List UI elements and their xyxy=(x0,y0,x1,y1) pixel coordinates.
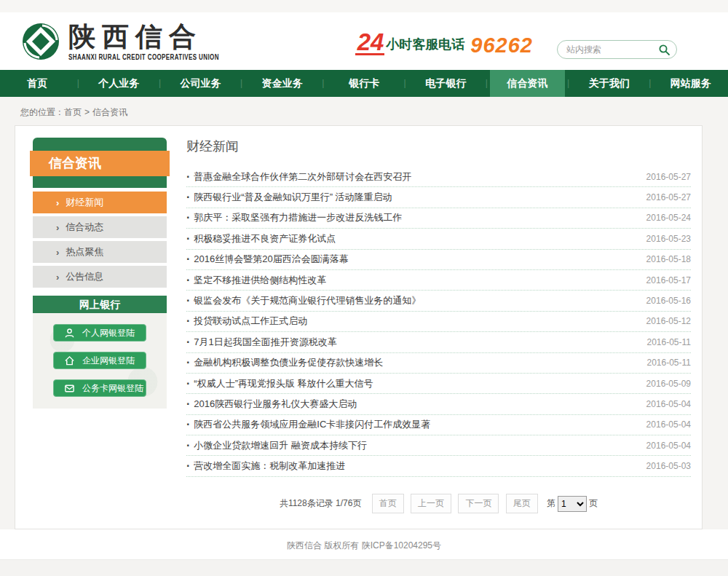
sidebar-item-label: 信合动态 xyxy=(66,221,103,234)
news-bullet: · xyxy=(186,274,190,287)
logo-subtitle: SHAANXI RURAL CREDIT COOPERATIVES UNION xyxy=(68,53,219,61)
nav-item-personal-business[interactable]: 个人业务 xyxy=(82,70,156,97)
breadcrumb-home-link[interactable]: 首页 xyxy=(64,107,82,117)
sidebar-item-announcements[interactable]: › 公告信息 xyxy=(33,266,167,288)
sidebar-item-label: 财经新闻 xyxy=(66,196,103,209)
news-title: 7月1日起我国全面推开资源税改革 xyxy=(194,336,336,349)
news-title: 金融机构积极调整负债业务促使存款快速增长 xyxy=(194,356,383,369)
news-date: 2016-05-04 xyxy=(646,441,691,451)
breadcrumb-current: 信合资讯 xyxy=(92,107,127,117)
news-list: ·普惠金融全球合作伙伴第二次外部研讨会在西安召开 2016-05-27 ·陕西银… xyxy=(186,167,691,477)
pagination-prev-button[interactable]: 上一页 xyxy=(411,494,451,513)
online-banking-panel: 个人网银登陆 企业网银登陆 公务卡网银登陆 xyxy=(33,313,167,409)
hotline: 24 小时客服电话 96262 xyxy=(355,31,533,55)
news-bullet: · xyxy=(186,398,190,411)
news-link[interactable]: ·普惠金融全球合作伙伴第二次外部研讨会在西安召开 xyxy=(186,170,411,184)
nav-item-site-services[interactable]: 网站服务 xyxy=(654,70,728,97)
site-header: 陕西信合 SHAANXI RURAL CREDIT COOPERATIVES U… xyxy=(0,12,728,70)
site-footer: 陕西信合 版权所有 陕ICP备10204295号 xyxy=(0,529,728,559)
news-row: ·普惠金融全球合作伙伴第二次外部研讨会在西安召开 2016-05-27 xyxy=(186,167,691,187)
news-date: 2016-05-12 xyxy=(646,316,691,326)
news-link[interactable]: ·坚定不移推进供给侧结构性改革 xyxy=(186,274,326,287)
sidebar-item-label: 公告信息 xyxy=(66,270,103,283)
nav-item-bank-card[interactable]: 银行卡 xyxy=(327,70,401,97)
news-link[interactable]: ·陕西银行业“普及金融知识万里行” 活动隆重启动 xyxy=(186,191,392,204)
search-input[interactable] xyxy=(566,44,656,55)
news-link[interactable]: ·2016陕西银行业服务礼仪大赛盛大启动 xyxy=(186,398,357,411)
personal-ebank-login-button[interactable]: 个人网银登陆 xyxy=(53,324,146,342)
news-title: “权威人士”再现党报头版 释放什么重大信号 xyxy=(194,377,373,390)
nav-item-funds-business[interactable]: 资金业务 xyxy=(245,70,320,97)
page-number-select[interactable]: 1 xyxy=(558,496,587,512)
chevron-right-icon: › xyxy=(56,247,59,258)
news-date: 2016-05-04 xyxy=(646,419,691,430)
news-date: 2016-05-24 xyxy=(646,213,691,223)
nav-separator: | xyxy=(238,70,245,97)
news-link[interactable]: ·郭庆平：采取坚强有力措施进一步改进反洗钱工作 xyxy=(186,211,402,224)
news-row: ·2016陕西银行业服务礼仪大赛盛大启动 2016-05-04 xyxy=(186,394,691,414)
sidebar-item-union-news[interactable]: › 信合动态 xyxy=(33,216,167,238)
news-title: 普惠金融全球合作伙伴第二次外部研讨会在西安召开 xyxy=(194,170,411,184)
news-bullet: · xyxy=(186,336,190,349)
news-row: ·银监会发布《关于规范商业银行代理销售业务的通知》 2016-05-16 xyxy=(186,291,691,311)
nav-separator: | xyxy=(156,70,163,97)
nav-item-corporate-business[interactable]: 公司业务 xyxy=(163,70,237,97)
nav-separator: | xyxy=(646,70,654,97)
nav-item-about-us[interactable]: 关于我们 xyxy=(572,70,646,97)
news-link[interactable]: ·金融机构积极调整负债业务促使存款快速增长 xyxy=(186,356,383,369)
pagination-jump-prefix: 第 xyxy=(547,498,555,508)
news-bullet: · xyxy=(186,294,190,307)
pagination-summary: 共1128条记录 1/76页 xyxy=(280,498,362,508)
nav-separator: | xyxy=(483,70,490,97)
news-bullet: · xyxy=(186,377,190,390)
pagination-jump-suffix: 页 xyxy=(589,498,598,508)
nav-separator: | xyxy=(565,70,572,97)
pagination-last-button[interactable]: 尾页 xyxy=(506,494,538,513)
news-title: 陕西省公共服务领域应用金融IC卡非接闪付工作成效显著 xyxy=(194,418,430,431)
search-box xyxy=(557,40,677,59)
news-title: 银监会发布《关于规范商业银行代理销售业务的通知》 xyxy=(194,294,421,307)
news-row: ·陕西省公共服务领域应用金融IC卡非接闪付工作成效显著 2016-05-04 xyxy=(186,415,691,435)
logo-icon xyxy=(20,21,61,62)
page-title: 财经新闻 xyxy=(186,138,239,155)
news-link[interactable]: ·7月1日起我国全面推开资源税改革 xyxy=(186,336,337,349)
news-row: ·“权威人士”再现党报头版 释放什么重大信号 2016-05-09 xyxy=(186,374,691,394)
news-row: ·积极稳妥推进不良资产证券化试点 2016-05-23 xyxy=(186,229,691,249)
logo-title: 陕西信合 xyxy=(68,23,257,52)
news-title: 小微企业贷款增速回升 融资成本持续下行 xyxy=(194,439,367,452)
news-row: ·营改增全面实施：税制改革加速推进 2016-05-03 xyxy=(186,456,691,476)
chevron-right-icon: › xyxy=(56,197,59,208)
official-card-ebank-login-button[interactable]: 公务卡网银登陆 xyxy=(53,379,146,397)
news-link[interactable]: ·银监会发布《关于规范商业银行代理销售业务的通知》 xyxy=(186,294,421,307)
news-date: 2016-05-17 xyxy=(646,275,691,285)
news-link[interactable]: ·2016丝博会暨第20届西洽会圆满落幕 xyxy=(186,253,349,266)
logo-text: 陕西信合 SHAANXI RURAL CREDIT COOPERATIVES U… xyxy=(68,23,257,61)
pagination-first-button[interactable]: 首页 xyxy=(372,494,404,513)
top-strip xyxy=(0,0,728,12)
news-link[interactable]: ·营改增全面实施：税制改革加速推进 xyxy=(186,459,345,473)
chevron-right-icon: › xyxy=(56,222,59,233)
news-row: ·坚定不移推进供给侧结构性改革 2016-05-17 xyxy=(186,270,691,291)
sidebar-item-finance-news[interactable]: › 财经新闻 xyxy=(33,192,167,213)
search-button[interactable] xyxy=(656,42,672,58)
news-bullet: · xyxy=(186,232,190,245)
news-link[interactable]: ·“权威人士”再现党报头版 释放什么重大信号 xyxy=(186,377,373,390)
corporate-ebank-login-button[interactable]: 企业网银登陆 xyxy=(53,352,146,369)
news-title: 郭庆平：采取坚强有力措施进一步改进反洗钱工作 xyxy=(194,211,402,224)
news-link[interactable]: ·积极稳妥推进不良资产证券化试点 xyxy=(186,232,336,245)
news-date: 2016-05-16 xyxy=(646,296,691,306)
news-row: ·投贷联动试点工作正式启动 2016-05-12 xyxy=(186,312,691,332)
news-title: 陕西银行业“普及金融知识万里行” 活动隆重启动 xyxy=(194,191,392,204)
logo[interactable]: 陕西信合 SHAANXI RURAL CREDIT COOPERATIVES U… xyxy=(20,21,257,62)
nav-item-home[interactable]: 首页 xyxy=(0,70,74,97)
news-link[interactable]: ·小微企业贷款增速回升 融资成本持续下行 xyxy=(186,439,367,452)
news-bullet: · xyxy=(186,191,190,204)
news-bullet: · xyxy=(186,356,190,369)
nav-item-news-active[interactable]: 信合资讯 xyxy=(490,70,564,97)
news-link[interactable]: ·投贷联动试点工作正式启动 xyxy=(186,315,307,328)
bottom-strip xyxy=(0,559,728,576)
sidebar-item-hot-topics[interactable]: › 热点聚焦 xyxy=(33,241,167,263)
pagination-next-button[interactable]: 下一页 xyxy=(458,494,499,513)
nav-item-e-banking[interactable]: 电子银行 xyxy=(408,70,483,97)
news-link[interactable]: ·陕西省公共服务领域应用金融IC卡非接闪付工作成效显著 xyxy=(186,418,430,431)
